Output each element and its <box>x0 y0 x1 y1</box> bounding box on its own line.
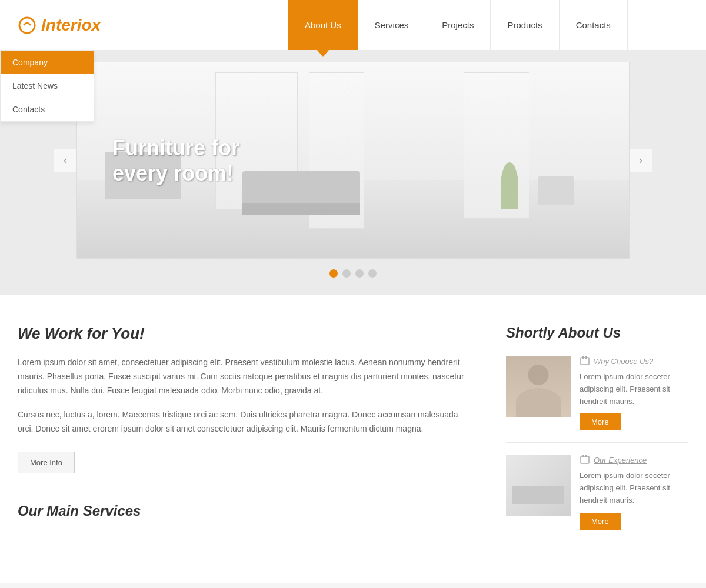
slider-dot-2[interactable] <box>342 269 351 278</box>
dropdown-item-contacts[interactable]: Contacts <box>1 98 94 121</box>
slider-dot-3[interactable] <box>355 269 364 278</box>
card-2-top: Our Experience Lorem ipsum dolor seceter… <box>506 455 688 529</box>
about-dropdown: Company Latest News Contacts <box>0 50 94 122</box>
slider-dot-1[interactable] <box>329 269 338 278</box>
logo-icon <box>18 16 36 35</box>
card-1-more-button[interactable]: More <box>580 413 621 430</box>
svg-rect-5 <box>582 455 584 457</box>
card-1-top: Why Choose Us? Lorem ipsum dolor seceter… <box>506 356 688 430</box>
nav-item-contacts[interactable]: Contacts <box>560 0 628 50</box>
card-1-image <box>506 356 571 417</box>
slider: Furniture for every room! <box>76 62 630 259</box>
we-work-title: We Work for You! <box>18 325 471 343</box>
card-2-desc: Lorem ipsum dolor seceter adipiscing eli… <box>580 470 688 506</box>
card-1-icon <box>580 356 590 366</box>
left-para-2: Cursus nec, luctus a, lorem. Maecenas tr… <box>18 408 471 436</box>
slide-text: Furniture for every room! <box>112 135 289 185</box>
about-card-2: Our Experience Lorem ipsum dolor seceter… <box>506 455 688 542</box>
slider-prev-button[interactable]: ‹ <box>54 149 76 172</box>
nav-item-projects[interactable]: Projects <box>425 0 491 50</box>
card-2-image <box>506 455 571 516</box>
card-2-link[interactable]: Our Experience <box>594 456 647 465</box>
svg-rect-3 <box>585 356 587 359</box>
brand-name: Interiox <box>41 16 101 35</box>
svg-rect-1 <box>581 358 589 365</box>
card-2-info: Our Experience Lorem ipsum dolor seceter… <box>580 455 688 529</box>
slider-dot-4[interactable] <box>368 269 377 278</box>
services-title: Our Main Services <box>18 503 471 519</box>
more-info-button[interactable]: More Info <box>18 452 75 473</box>
content-inner: We Work for You! Lorem ipsum dolor sit a… <box>18 325 688 554</box>
dropdown-item-latest-news[interactable]: Latest News <box>1 74 94 98</box>
left-column: We Work for You! Lorem ipsum dolor sit a… <box>18 325 471 554</box>
logo-area: Interiox <box>0 0 288 50</box>
card-2-link-row: Our Experience <box>580 455 688 465</box>
about-card-1: Why Choose Us? Lorem ipsum dolor seceter… <box>506 356 688 443</box>
slider-dots <box>0 269 706 278</box>
svg-rect-2 <box>582 356 584 359</box>
header: Interiox About Us Company Latest News Co… <box>0 0 706 50</box>
card-1-link[interactable]: Why Choose Us? <box>594 357 653 366</box>
slider-next-button[interactable]: › <box>630 149 652 172</box>
card-1-info: Why Choose Us? Lorem ipsum dolor seceter… <box>580 356 688 430</box>
card-1-link-row: Why Choose Us? <box>580 356 688 366</box>
card-2-more-button[interactable]: More <box>580 513 621 530</box>
left-para-1: Lorem ipsum dolor sit amet, consectetuer… <box>18 356 471 397</box>
slide-1: Furniture for every room! <box>77 62 629 258</box>
nav-item-about[interactable]: About Us <box>288 0 358 50</box>
main-nav: About Us Company Latest News Contacts Se… <box>288 0 706 50</box>
svg-rect-6 <box>585 455 587 457</box>
main-content: We Work for You! Lorem ipsum dolor sit a… <box>0 295 706 583</box>
right-column: Shortly About Us Why Choose Us? <box>506 325 688 554</box>
nav-item-services[interactable]: Services <box>358 0 426 50</box>
nav-item-products[interactable]: Products <box>491 0 559 50</box>
card-2-icon <box>580 455 590 465</box>
svg-point-0 <box>19 18 35 33</box>
card-1-desc: Lorem ipsum dolor seceter adipiscing eli… <box>580 371 688 407</box>
svg-rect-4 <box>581 456 589 463</box>
shortly-about-title: Shortly About Us <box>506 325 688 341</box>
slider-section: Furniture for every room! ‹ › <box>0 50 706 295</box>
